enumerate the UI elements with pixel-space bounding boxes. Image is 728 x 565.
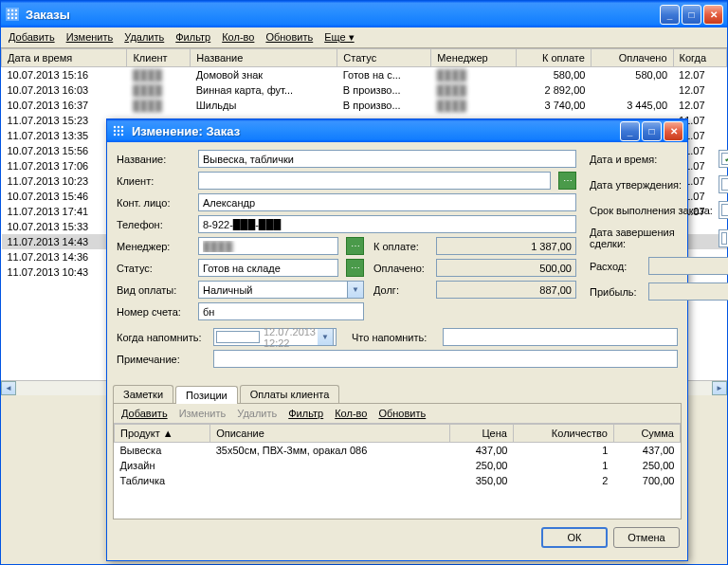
svg-point-10 bbox=[114, 126, 116, 128]
tab[interactable]: Позиции bbox=[175, 386, 238, 404]
status-lookup-button[interactable]: ⋯ bbox=[346, 259, 364, 277]
table-row[interactable]: 10.07.2013 16:37████ШильдыВ произво...██… bbox=[2, 98, 727, 113]
column-header[interactable]: Количество bbox=[513, 425, 613, 443]
maximize-button[interactable]: □ bbox=[642, 121, 662, 141]
toolbar-item[interactable]: Фильтр bbox=[288, 408, 323, 419]
topay-field bbox=[436, 237, 576, 255]
closedate-label: Дата завершения сделки: bbox=[590, 227, 713, 249]
note-input[interactable] bbox=[213, 350, 678, 368]
toolbar-item[interactable]: Добавить bbox=[9, 31, 55, 44]
expense-label: Расход: bbox=[590, 261, 643, 272]
checkbox-icon[interactable] bbox=[721, 178, 728, 191]
remindwhen-label: Когда напомнить: bbox=[117, 332, 208, 343]
minimize-button[interactable]: _ bbox=[660, 5, 680, 25]
cancel-button[interactable]: Отмена bbox=[613, 527, 680, 548]
table-row[interactable]: 10.07.2013 16:03████Винная карта, фут...… bbox=[2, 82, 727, 98]
client-label: Клиент: bbox=[117, 175, 192, 187]
closedate-input[interactable]: 12.07.2013▼ bbox=[719, 229, 728, 247]
datetime-label: Дата и время: bbox=[590, 154, 713, 165]
remindwhen-input[interactable]: 12.07.2013 12:22▼ bbox=[213, 328, 337, 346]
checkbox-icon[interactable] bbox=[721, 153, 728, 165]
deadline-input[interactable]: 12.07.2013 12:22▼ bbox=[719, 201, 728, 219]
column-header[interactable]: Дата и время bbox=[2, 49, 127, 67]
toolbar-item[interactable]: Обновить bbox=[265, 31, 313, 44]
svg-point-12 bbox=[121, 126, 123, 128]
edit-titlebar[interactable]: Изменение: Заказ _ □ ✕ bbox=[107, 119, 687, 142]
table-row[interactable]: Табличка350,002700,00 bbox=[115, 473, 681, 488]
column-header[interactable]: Менеджер bbox=[431, 49, 517, 67]
column-header[interactable]: Когда bbox=[673, 49, 726, 67]
phone-input[interactable] bbox=[198, 215, 576, 233]
topay-label: К оплате: bbox=[373, 241, 430, 252]
expense-field bbox=[648, 257, 728, 275]
toolbar-item[interactable]: Еще ▾ bbox=[324, 31, 354, 44]
svg-point-3 bbox=[15, 9, 17, 11]
status-label: Статус: bbox=[117, 263, 192, 274]
items-grid[interactable]: Продукт ▲ОписаниеЦенаКоличествоСуммаВыве… bbox=[114, 424, 681, 519]
profit-field bbox=[648, 282, 728, 301]
column-header[interactable]: К оплате bbox=[517, 49, 592, 67]
checkbox-icon[interactable] bbox=[721, 204, 728, 216]
remindwhat-input[interactable] bbox=[443, 328, 678, 346]
column-header[interactable]: Продукт ▲ bbox=[115, 425, 210, 443]
toolbar-item[interactable]: Обновить bbox=[378, 408, 426, 419]
toolbar-item[interactable]: Фильтр bbox=[175, 31, 210, 44]
svg-point-7 bbox=[8, 17, 9, 19]
manager-input[interactable] bbox=[198, 237, 338, 255]
column-header[interactable]: Название bbox=[191, 49, 337, 67]
ok-button[interactable]: ОК bbox=[541, 527, 608, 548]
name-input[interactable] bbox=[198, 150, 576, 168]
chevron-down-icon[interactable]: ▼ bbox=[348, 281, 364, 299]
column-header[interactable]: Цена bbox=[449, 425, 513, 443]
toolbar-item[interactable]: Изменить bbox=[66, 31, 114, 44]
scroll-right-icon[interactable]: ► bbox=[712, 381, 727, 395]
scroll-left-icon[interactable]: ◄ bbox=[1, 381, 16, 395]
account-input[interactable] bbox=[198, 302, 364, 320]
column-header[interactable]: Клиент bbox=[127, 49, 191, 67]
approve-input[interactable]: 11.07.2013 12:22▼ bbox=[719, 175, 728, 193]
paid-label: Оплачено: bbox=[373, 263, 430, 274]
status-input[interactable] bbox=[198, 259, 338, 277]
toolbar-item[interactable]: Кол-во bbox=[222, 31, 254, 44]
toolbar-item[interactable]: Добавить bbox=[121, 408, 168, 419]
svg-point-5 bbox=[11, 13, 13, 15]
items-panel: ДобавитьИзменитьУдалитьФильтрКол-воОбнов… bbox=[113, 403, 682, 519]
column-header[interactable]: Статус bbox=[337, 49, 431, 67]
account-label: Номер счета: bbox=[117, 306, 192, 318]
manager-lookup-button[interactable]: ⋯ bbox=[346, 237, 364, 255]
name-label: Название: bbox=[117, 154, 192, 165]
checkbox-icon[interactable] bbox=[721, 232, 727, 245]
minimize-button[interactable]: _ bbox=[620, 121, 640, 141]
main-titlebar[interactable]: Заказы _ □ ✕ bbox=[1, 1, 727, 27]
table-row[interactable]: Вывеска35х50см, ПВХ-3мм, оракал 086437,0… bbox=[115, 443, 681, 459]
manager-label: Менеджер: bbox=[117, 241, 192, 252]
column-header[interactable]: Оплачено bbox=[591, 49, 673, 67]
deadline-label: Срок выполнения заказа: bbox=[590, 205, 713, 216]
table-row[interactable]: Дизайн250,001250,00 bbox=[115, 458, 681, 473]
column-header[interactable]: Сумма bbox=[613, 425, 680, 443]
close-button[interactable]: ✕ bbox=[664, 121, 683, 141]
svg-point-11 bbox=[118, 126, 119, 128]
tab[interactable]: Оплаты клиента bbox=[240, 385, 340, 403]
svg-point-15 bbox=[121, 130, 123, 132]
chevron-down-icon[interactable]: ▼ bbox=[318, 328, 334, 346]
close-button[interactable]: ✕ bbox=[703, 5, 723, 25]
table-row[interactable]: 10.07.2013 15:16████Домовой знакГотов на… bbox=[2, 67, 727, 83]
main-title: Заказы bbox=[26, 8, 660, 22]
client-lookup-button[interactable]: ⋯ bbox=[558, 172, 576, 190]
tab[interactable]: Заметки bbox=[113, 385, 173, 403]
datetime-input[interactable]: 11.07.2013 14:43▼ bbox=[719, 150, 728, 168]
paytype-input[interactable] bbox=[198, 281, 348, 299]
column-header[interactable]: Описание bbox=[210, 425, 450, 443]
contact-input[interactable] bbox=[198, 193, 576, 211]
remindwhat-label: Что напомнить: bbox=[352, 332, 437, 343]
main-toolbar: ДобавитьИзменитьУдалитьФильтрКол-воОбнов… bbox=[1, 27, 727, 48]
approve-label: Дата утверждения: bbox=[590, 179, 713, 191]
toolbar-item[interactable]: Удалить bbox=[124, 31, 164, 44]
toolbar-item[interactable]: Кол-во bbox=[335, 408, 367, 419]
svg-point-4 bbox=[8, 13, 9, 15]
client-input[interactable] bbox=[198, 172, 551, 190]
maximize-button[interactable]: □ bbox=[682, 5, 701, 25]
note-label: Примечание: bbox=[117, 354, 208, 365]
checkbox-icon[interactable] bbox=[216, 331, 260, 343]
